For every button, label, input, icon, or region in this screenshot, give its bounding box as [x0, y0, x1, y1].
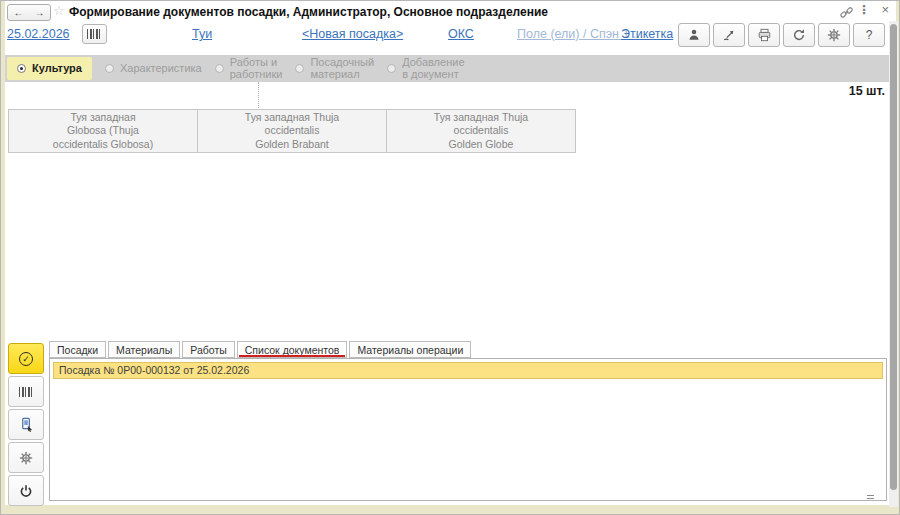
- card-text: Golden Globe: [449, 138, 514, 152]
- settings-button[interactable]: [818, 23, 850, 47]
- nav-history-group: ← →: [7, 4, 51, 21]
- terminal-button[interactable]: [8, 409, 44, 440]
- wizard-steps-bar: Культура Характеристика Работы и работни…: [5, 55, 889, 82]
- tab-operation-materials[interactable]: Материалы операции: [349, 341, 471, 358]
- card-text: Globosa (Thuja: [67, 124, 139, 138]
- back-icon[interactable]: ←: [14, 7, 24, 18]
- step-label-line1: Посадочный: [310, 57, 374, 69]
- culture-cards: Туя западная Globosa (Thuja occidentalis…: [8, 109, 576, 153]
- confirm-button[interactable]: ✓: [8, 343, 44, 374]
- page-title: Формирование документов посадки, Админис…: [69, 5, 548, 19]
- power-icon: [19, 484, 33, 498]
- step-culture[interactable]: Культура: [7, 57, 92, 80]
- culture-card-globosa[interactable]: Туя западная Globosa (Thuja occidentalis…: [8, 109, 198, 153]
- card-text: Туя западная Thuja: [434, 111, 528, 125]
- refresh-button[interactable]: [783, 23, 815, 47]
- radio-off-icon: [215, 64, 224, 73]
- label-link[interactable]: Этикетка: [621, 27, 673, 41]
- barcode-scan-button[interactable]: [8, 376, 44, 407]
- side-settings-button[interactable]: [8, 442, 44, 473]
- document-row[interactable]: Посадка № 0Р00-000132 от 25.02.2026: [53, 362, 883, 379]
- document-list-panel: Посадка № 0Р00-000132 от 25.02.2026: [49, 358, 887, 501]
- app-window: ← → ☆ Формирование документов посадки, А…: [0, 0, 900, 515]
- quantity-label: 15 шт.: [849, 84, 885, 98]
- card-text: occidentalis Globosa): [53, 138, 153, 152]
- navigation-link-icon[interactable]: [840, 5, 853, 23]
- step-works-workers[interactable]: Работы и работники: [215, 57, 283, 80]
- new-planting-link[interactable]: <Новая посадка>: [302, 27, 403, 41]
- favorite-star-icon[interactable]: ☆: [53, 3, 65, 18]
- arrow-action-icon: [722, 28, 736, 42]
- transfer-button[interactable]: [713, 23, 745, 47]
- card-text: Туя западная Thuja: [245, 111, 339, 125]
- culture-card-golden-globe[interactable]: Туя западная Thuja occidentalis Golden G…: [386, 109, 576, 153]
- radio-off-icon: [105, 64, 114, 73]
- scrollbar-thumb[interactable]: [890, 24, 897, 490]
- gear-icon: [19, 451, 33, 465]
- step-connector-line: [258, 82, 259, 108]
- card-text: Golden Brabant: [255, 138, 329, 152]
- step-characteristic[interactable]: Характеристика: [105, 63, 202, 75]
- person-icon: [687, 28, 701, 42]
- tab-document-list[interactable]: Список документов: [237, 341, 348, 358]
- help-button[interactable]: ?: [853, 23, 885, 47]
- user-button[interactable]: [678, 23, 710, 47]
- card-text: occidentalis: [265, 124, 320, 138]
- barcode-icon: [87, 29, 102, 39]
- barcode-icon: [19, 387, 34, 397]
- step-label-line1: Работы и: [230, 57, 283, 69]
- check-circle-icon: ✓: [19, 352, 33, 366]
- tab-materials[interactable]: Материалы: [108, 341, 180, 358]
- print-button[interactable]: [748, 23, 780, 47]
- barcode-button[interactable]: [82, 24, 107, 44]
- step-planting-material[interactable]: Посадочный материал: [295, 57, 374, 80]
- step-label: Культура: [32, 63, 82, 75]
- window-frame-bottom: [1, 505, 899, 514]
- device-select-icon: [19, 417, 34, 432]
- step-label-line2: материал: [310, 69, 374, 81]
- date-link[interactable]: 25.02.2026: [7, 27, 70, 41]
- vertical-scrollbar[interactable]: [889, 21, 898, 507]
- radio-on-icon: [17, 64, 26, 73]
- refresh-icon: [792, 28, 806, 42]
- power-button[interactable]: [8, 475, 44, 506]
- side-buttons: ✓: [8, 343, 44, 506]
- tab-plantings[interactable]: Посадки: [49, 341, 106, 358]
- step-label-line1: Добавление: [402, 57, 464, 69]
- more-icon[interactable]: ⋮: [858, 3, 870, 17]
- gear-icon: [827, 28, 841, 42]
- forward-icon[interactable]: →: [35, 7, 45, 18]
- radio-off-icon: [295, 64, 304, 73]
- culture-link[interactable]: Туи: [192, 27, 212, 41]
- oks-link[interactable]: ОКС: [448, 27, 474, 41]
- card-text: Туя западная: [70, 111, 135, 125]
- panel-resize-grip[interactable]: [867, 493, 874, 499]
- step-label: Характеристика: [120, 63, 202, 75]
- card-text: occidentalis: [454, 124, 509, 138]
- close-icon[interactable]: ×: [881, 2, 889, 17]
- toolbar-buttons: ?: [678, 23, 885, 47]
- radio-off-icon: [387, 64, 396, 73]
- printer-icon: [757, 28, 772, 42]
- step-label-line2: работники: [230, 69, 283, 81]
- culture-card-golden-brabant[interactable]: Туя западная Thuja occidentalis Golden B…: [197, 109, 387, 153]
- tab-works[interactable]: Работы: [182, 341, 234, 358]
- step-add-to-document[interactable]: Добавление в документ: [387, 57, 464, 80]
- bottom-tabs: Посадки Материалы Работы Список документ…: [49, 341, 471, 358]
- step-label-line2: в документ: [402, 69, 464, 81]
